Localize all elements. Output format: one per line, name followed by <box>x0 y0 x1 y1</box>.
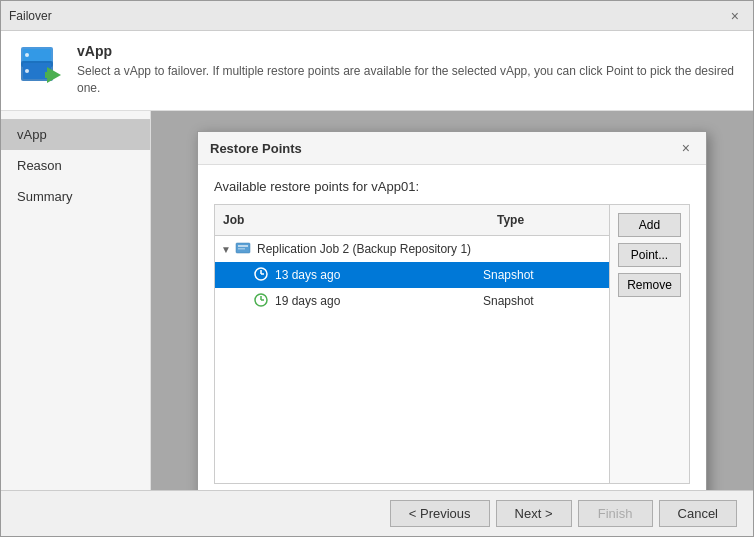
sidebar: vApp Reason Summary <box>1 111 151 490</box>
table-main: Job Type ▼ <box>215 205 609 483</box>
child-1-label: 13 days ago <box>275 268 483 282</box>
child-2-label: 19 days ago <box>275 294 483 308</box>
header-title: vApp <box>77 43 737 59</box>
finish-button[interactable]: Finish <box>578 500 653 527</box>
modal-close-button[interactable]: × <box>678 140 694 156</box>
sidebar-item-summary[interactable]: Summary <box>1 181 150 212</box>
modal-subtitle: Available restore points for vApp01: <box>214 179 690 194</box>
modal-action-buttons: Add Point... Remove <box>609 205 689 483</box>
next-button[interactable]: Next > <box>496 500 572 527</box>
expand-icon: ▼ <box>221 244 235 255</box>
modal-body: Available restore points for vApp01: Job… <box>198 165 706 490</box>
previous-button[interactable]: < Previous <box>390 500 490 527</box>
restore-points-table: Job Type ▼ <box>214 204 690 484</box>
point-button[interactable]: Point... <box>618 243 681 267</box>
vapp-icon <box>17 43 65 91</box>
col-header-type: Type <box>489 209 609 231</box>
child-1-type: Snapshot <box>483 268 603 282</box>
parent-job-label: Replication Job 2 (Backup Repository 1) <box>257 242 483 256</box>
svg-rect-7 <box>45 72 53 78</box>
header-description: Select a vApp to failover. If multiple r… <box>77 63 737 97</box>
cancel-button[interactable]: Cancel <box>659 500 737 527</box>
restore-points-modal: Restore Points × Available restore point… <box>197 131 707 490</box>
svg-point-5 <box>25 69 29 73</box>
vapp-svg-icon <box>17 43 65 91</box>
header-content: vApp Select a vApp to failover. If multi… <box>77 43 737 97</box>
snapshot-icon-1 <box>253 266 271 284</box>
header-area: vApp Select a vApp to failover. If multi… <box>1 31 753 111</box>
remove-button[interactable]: Remove <box>618 273 681 297</box>
job-icon <box>235 240 253 258</box>
window-close-button[interactable]: × <box>725 6 745 26</box>
content-area: vApp Reason Summary Restore Points × <box>1 111 753 490</box>
sidebar-item-vapp[interactable]: vApp <box>1 119 150 150</box>
sidebar-item-reason[interactable]: Reason <box>1 150 150 181</box>
window-title: Failover <box>9 9 52 23</box>
modal-title-bar: Restore Points × <box>198 132 706 165</box>
child-2-type: Snapshot <box>483 294 603 308</box>
main-panel: Restore Points × Available restore point… <box>151 111 753 490</box>
modal-title: Restore Points <box>210 141 302 156</box>
table-header: Job Type <box>215 205 609 236</box>
bottom-bar: < Previous Next > Finish Cancel <box>1 490 753 536</box>
tree-row-child-1[interactable]: 13 days ago Snapshot <box>215 262 609 288</box>
svg-point-4 <box>25 53 29 57</box>
main-window: Failover × vApp Select a vApp <box>0 0 754 537</box>
add-button[interactable]: Add <box>618 213 681 237</box>
tree-row-child-2[interactable]: 19 days ago Snapshot <box>215 288 609 314</box>
svg-rect-10 <box>238 248 245 250</box>
snapshot-icon-2 <box>253 292 271 310</box>
col-header-job: Job <box>215 209 489 231</box>
modal-overlay: Restore Points × Available restore point… <box>151 111 753 490</box>
title-bar: Failover × <box>1 1 753 31</box>
tree-row-parent[interactable]: ▼ Replication Job 2 (Backup Repos <box>215 236 609 262</box>
svg-rect-9 <box>238 245 248 247</box>
